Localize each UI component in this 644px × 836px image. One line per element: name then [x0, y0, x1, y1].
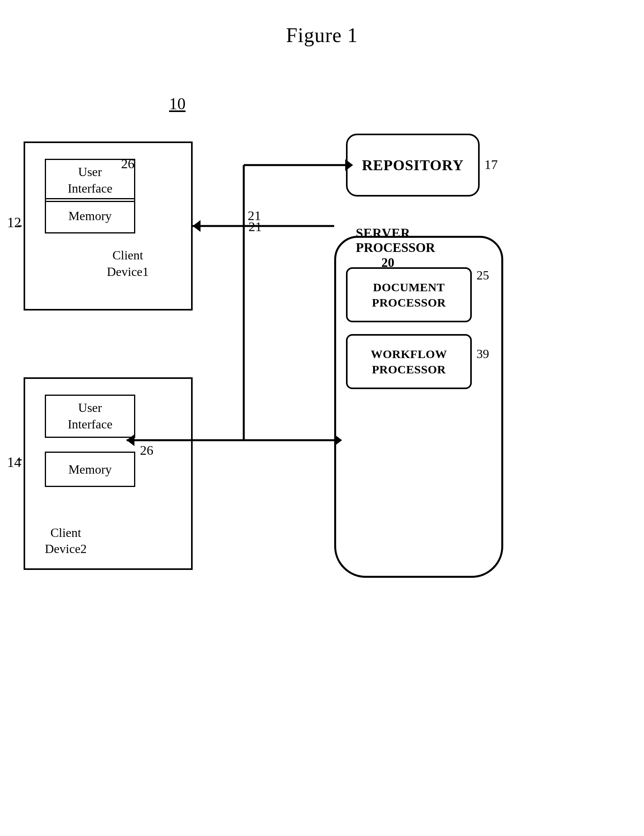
label-10: 10: [169, 94, 186, 113]
server-processor-label: PROCESSOR: [356, 241, 435, 255]
client2-memory-box: Memory: [45, 452, 135, 487]
label-39: 39: [477, 347, 489, 361]
label-14: 14: [7, 454, 21, 470]
workflow-processor-box: WORKFLOW PROCESSOR: [346, 334, 472, 389]
svg-marker-4: [193, 220, 201, 232]
label-21: 21: [248, 219, 262, 234]
figure-title: Figure 1: [0, 0, 644, 47]
client2-ui-box: User Interface: [45, 395, 135, 438]
client1-memory-box: Memory: [45, 198, 135, 233]
client1-outer-box: User Interface Memory Client Device1: [24, 141, 193, 311]
label-26-bottom: 26: [140, 443, 153, 458]
server-label: SERVER: [356, 226, 410, 241]
label-17: 17: [484, 157, 498, 172]
client1-device-label: Client Device1: [45, 247, 211, 280]
repository-box: REPOSITORY: [346, 134, 480, 197]
client2-outer-box: User Interface Memory Client Device2: [24, 377, 193, 570]
doc-processor-box: DOCUMENT PROCESSOR: [346, 267, 472, 322]
label-25: 25: [477, 268, 489, 283]
label-12: 12: [7, 214, 21, 231]
client2-device-label: Client Device2: [45, 525, 87, 557]
label-26-top: 26: [121, 156, 134, 171]
